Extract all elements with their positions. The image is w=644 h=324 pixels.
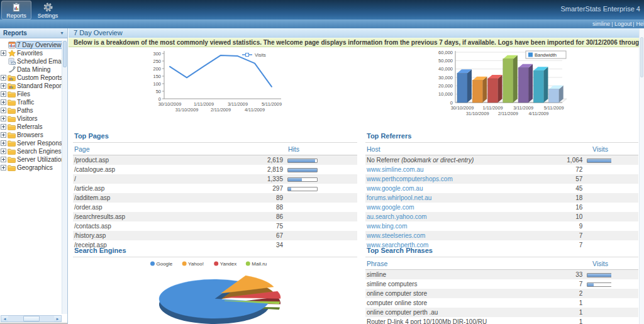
page-name: /article.asp <box>73 184 248 193</box>
column-header-hits[interactable]: Hits <box>248 143 357 155</box>
svg-text:Visits: Visits <box>255 52 266 58</box>
expand-plus-icon[interactable] <box>0 108 7 113</box>
sidebar-item-server-utilization[interactable]: Server Utilization <box>0 155 62 164</box>
sidebar-item-favorites[interactable]: Favorites <box>0 49 62 57</box>
row-value-bar <box>584 221 611 231</box>
expand-plus-icon[interactable] <box>0 148 7 154</box>
referrer-host-link[interactable]: www.google.com.au <box>367 185 423 192</box>
svg-text:4/11/2009: 4/11/2009 <box>245 107 265 113</box>
column-header-page[interactable]: Page <box>73 143 248 155</box>
sidebar-item-7-day-overview[interactable]: 7 Day Overview <box>0 41 62 49</box>
svg-text:3/11/2009: 3/11/2009 <box>513 105 533 111</box>
sidebar-item-server-responses[interactable]: Server Responses <box>0 139 62 147</box>
column-header-visits[interactable]: Visits <box>557 257 638 270</box>
sidebar-item-paths[interactable]: Paths <box>0 106 62 115</box>
sidebar-item-custom-reports[interactable]: Custom Reports <box>0 74 62 82</box>
sidebar-item-label: Server Responses <box>16 140 62 147</box>
username-link[interactable]: simline <box>591 21 612 27</box>
expand-plus-icon[interactable] <box>0 75 7 81</box>
table-row: simline computers7 <box>365 279 638 289</box>
expand-plus-icon[interactable] <box>0 124 7 130</box>
toolbar-settings-label: Settings <box>38 13 58 19</box>
expand-plus-icon[interactable] <box>0 99 7 105</box>
sidebar-item-referrals[interactable]: Referrals <box>0 123 62 131</box>
sidebar-item-label: Referrals <box>16 123 45 130</box>
expand-plus-icon[interactable] <box>0 83 7 89</box>
referrer-host-link[interactable]: www.simline.com.au <box>367 166 424 173</box>
sidebar-item-label: Standard Reports <box>16 82 62 89</box>
expand-plus-icon[interactable] <box>0 165 7 170</box>
top-phrases-title: Top Search Phrases <box>365 245 638 257</box>
page-name: /history.asp <box>73 231 248 240</box>
column-header-host[interactable]: Host <box>365 143 557 155</box>
toolbar-reports-button[interactable]: Reports <box>1 1 31 20</box>
table-row: www.google.com16 <box>365 203 638 212</box>
sidebar-header[interactable]: Reports ▼ <box>0 28 67 38</box>
sidebar-item-traffic[interactable]: Traffic <box>0 98 62 106</box>
sidebar-horizontal-scrollbar[interactable]: ◄ ► <box>1 315 62 322</box>
sidebar-item-standard-reports[interactable]: Standard Reports <box>0 82 62 90</box>
column-header-phrase[interactable]: Phrase <box>365 257 557 270</box>
sidebar-item-label: Favorites <box>16 50 45 57</box>
sidebar-item-geographics[interactable]: Geographics <box>0 164 62 172</box>
svg-text:31/10/2009: 31/10/2009 <box>175 107 199 113</box>
svg-text:150: 150 <box>153 74 161 79</box>
referrer-host-link[interactable]: www.perthcomputershops.com <box>367 176 453 182</box>
sidebar-item-files[interactable]: Files <box>0 90 62 98</box>
table-row: No Referrer(bookmark or direct-entry)1,0… <box>365 155 638 165</box>
main-vertical-scrollbar[interactable] <box>639 28 644 324</box>
sidebar-item-search-engines[interactable]: Search Engines <box>0 147 62 155</box>
svg-text:10,000: 10,000 <box>438 91 453 97</box>
logout-link[interactable]: Logout <box>613 21 634 27</box>
row-value-bar <box>584 212 611 221</box>
expand-plus-icon[interactable] <box>0 140 7 146</box>
scroll-left-arrow-icon[interactable]: ◄ <box>1 316 8 321</box>
row-spacer <box>611 193 638 203</box>
expand-plus-icon[interactable] <box>0 157 7 162</box>
sidebar-vertical-scrollbar[interactable] <box>62 40 67 314</box>
svg-text:3/11/2009: 3/11/2009 <box>228 101 248 107</box>
help-link[interactable]: Help <box>634 21 644 27</box>
referrer-host-link[interactable]: www.bing.com <box>367 223 407 230</box>
column-header-visits[interactable]: Visits <box>557 143 638 155</box>
table-row: simline33 <box>365 270 638 280</box>
phrase-name: computer online store <box>365 298 557 308</box>
row-spacer <box>611 203 638 212</box>
expand-plus-icon[interactable] <box>0 91 7 97</box>
row-value: 7 <box>557 279 584 289</box>
page-name: /catalogue.asp <box>73 165 248 174</box>
sidebar-item-data-mining[interactable]: Data Mining <box>0 65 62 74</box>
row-value-bar <box>584 231 611 240</box>
svg-text:100: 100 <box>153 81 161 87</box>
row-spacer <box>321 184 357 193</box>
svg-text:1/11/2009: 1/11/2009 <box>483 105 503 111</box>
sidebar-item-browsers[interactable]: Browsers <box>0 131 62 139</box>
phrase-name: online computer store <box>365 289 557 298</box>
table-row: www.steelseries.com7 <box>365 231 638 240</box>
referrer-host-link[interactable]: www.steelseries.com <box>367 232 425 239</box>
expand-plus-icon[interactable] <box>0 132 7 138</box>
toolbar-settings-button[interactable]: Settings <box>33 1 63 20</box>
row-spacer <box>611 155 638 165</box>
sidebar-item-visitors[interactable]: Visitors <box>0 115 62 123</box>
table-row: computer online store1 <box>365 298 638 308</box>
scrollbar-thumb[interactable] <box>23 316 40 321</box>
row-value: 67 <box>248 231 284 240</box>
row-spacer <box>611 308 638 317</box>
host-name: www.steelseries.com <box>365 231 557 240</box>
sidebar-item-scheduled-email-reports[interactable]: Scheduled Email Reports <box>0 57 62 65</box>
scroll-right-arrow-icon[interactable]: ► <box>54 316 61 321</box>
referrer-host-link[interactable]: forums.whirlpool.net.au <box>367 194 431 201</box>
referrer-host-link[interactable]: www.google.com <box>367 204 414 211</box>
row-spacer <box>611 298 638 308</box>
row-value-bar <box>284 212 321 221</box>
sidebar-item-label: Visitors <box>16 115 40 122</box>
expand-plus-icon[interactable] <box>0 116 7 121</box>
expand-plus-icon[interactable] <box>0 50 7 56</box>
table-row: au.search.yahoo.com10 <box>365 212 638 221</box>
referrer-host-link[interactable]: au.search.yahoo.com <box>367 213 427 220</box>
svg-text:5/11/2009: 5/11/2009 <box>544 105 564 111</box>
top-search-phrases-section: Top Search PhrasesPhraseVisitssimline33s… <box>365 245 638 324</box>
row-spacer <box>611 289 638 298</box>
svg-text:31/10/2009: 31/10/2009 <box>466 111 489 116</box>
